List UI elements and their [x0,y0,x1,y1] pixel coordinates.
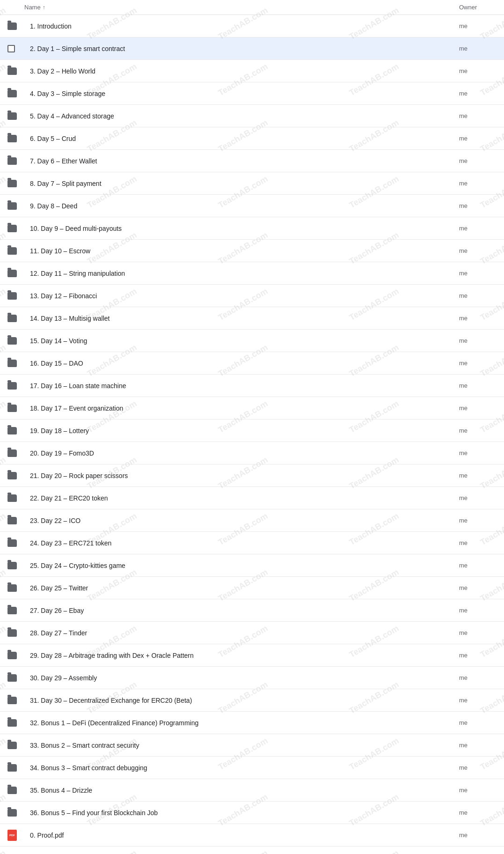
file-name: 15. Day 14 – Voting [24,337,459,345]
folder-icon [7,247,17,255]
file-icon-area [7,427,24,434]
table-row[interactable]: 32. Bonus 1 – DeFi (Decentralized Financ… [0,712,504,734]
table-row[interactable]: 19. Day 18 – Lotteryme [0,420,504,442]
table-row[interactable]: 16. Day 15 – DAOme [0,352,504,375]
table-row[interactable]: 22. Day 21 – ERC20 tokenme [0,487,504,509]
file-name: 18. Day 17 – Event organization [24,405,459,412]
table-row[interactable]: 4. Day 3 – Simple storageme [0,82,504,105]
table-row[interactable]: 27. Day 26 – Ebayme [0,599,504,622]
table-row[interactable]: 18. Day 17 – Event organizationme [0,397,504,420]
row-checkbox[interactable] [7,45,15,52]
file-name: 5. Day 4 – Advanced storage [24,112,459,120]
table-row[interactable]: 1. Introductionme [0,15,504,37]
table-row[interactable]: 7. Day 6 – Ether Walletme [0,150,504,172]
file-name: 7. Day 6 – Ether Wallet [24,157,459,165]
table-row[interactable]: 8. Day 7 – Split paymentme [0,172,504,195]
file-icon-area [7,539,24,547]
file-name: 35. Bonus 4 – Drizzle [24,787,459,794]
owner-label: Owner [459,4,477,11]
file-owner: me [459,22,497,29]
file-name: 22. Day 21 – ERC20 token [24,494,459,502]
file-icon-area [7,517,24,524]
table-row[interactable]: 0. Proof.pdfme [0,824,504,847]
table-row[interactable]: 29. Day 28 – Arbitrage trading with Dex … [0,644,504,667]
file-name: 23. Day 22 – ICO [24,517,459,524]
table-row[interactable]: 11. Day 10 – Escrowme [0,240,504,262]
file-icon-area [7,337,24,345]
file-icon-area [7,315,24,322]
folder-icon [7,607,17,614]
table-row[interactable]: 14. Day 13 – Multisig walletme [0,307,504,330]
name-label: Name [24,4,41,11]
table-row[interactable]: 30. Day 29 – Assemblyme [0,667,504,689]
file-name: 32. Bonus 1 – DeFi (Decentralized Financ… [24,719,459,727]
file-name: 17. Day 16 – Loan state machine [24,382,459,390]
table-row[interactable]: 24. Day 23 – ERC721 tokenme [0,532,504,554]
folder-icon [7,494,17,502]
table-row[interactable]: 13. Day 12 – Fibonaccime [0,285,504,307]
table-row[interactable]: 25. Day 24 – Crypto-kitties gameme [0,554,504,577]
folder-icon [7,67,17,75]
file-name: 1. Introduction [24,22,459,30]
file-icon-area [7,652,24,659]
folder-icon [7,787,17,794]
file-icon-area [7,67,24,75]
folder-icon [7,539,17,547]
name-column-header[interactable]: Name ↑ [24,4,459,11]
folder-icon [7,449,17,457]
file-icon-area [7,22,24,30]
table-row[interactable]: 2. Day 1 – Simple smart contractme [0,37,504,60]
file-owner: me [459,629,497,636]
file-icon-area [7,719,24,727]
table-row[interactable]: 5. Day 4 – Advanced storageme [0,105,504,127]
file-icon-area [7,247,24,255]
file-icon-area [7,764,24,772]
file-owner: me [459,45,497,52]
folder-icon [7,22,17,30]
table-row[interactable]: 12. Day 11 – String manipulationme [0,262,504,285]
table-row[interactable]: 35. Bonus 4 – Drizzleme [0,779,504,802]
table-row[interactable]: 31. Day 30 – Decentralized Exchange for … [0,689,504,712]
file-owner: me [459,67,497,74]
table-row[interactable]: 34. Bonus 3 – Smart contract debuggingme [0,757,504,779]
file-name: 28. Day 27 – Tinder [24,629,459,637]
table-row[interactable]: 33. Bonus 2 – Smart contract securityme [0,734,504,757]
file-icon-area [7,674,24,682]
file-owner: me [459,562,497,569]
file-icon-area [7,270,24,277]
table-row[interactable]: 26. Day 25 – Twitterme [0,577,504,599]
file-icon-area [7,90,24,97]
folder-icon [7,742,17,749]
table-row[interactable]: 6. Day 5 – Crudme [0,127,504,150]
file-name: 19. Day 18 – Lottery [24,427,459,434]
file-icon-area [7,449,24,457]
table-row[interactable]: 23. Day 22 – ICOme [0,509,504,532]
table-row[interactable]: 3. Day 2 – Hello Worldme [0,60,504,82]
table-row[interactable]: 21. Day 20 – Rock paper scissorsme [0,464,504,487]
file-name: 20. Day 19 – Fomo3D [24,449,459,457]
file-owner: me [459,427,497,434]
file-icon-area [7,157,24,165]
table-row[interactable]: 28. Day 27 – Tinderme [0,622,504,644]
table-row[interactable]: 20. Day 19 – Fomo3Dme [0,442,504,464]
folder-icon [7,517,17,524]
file-name: 26. Day 25 – Twitter [24,584,459,592]
file-owner: me [459,652,497,659]
table-row[interactable]: 17. Day 16 – Loan state machineme [0,375,504,397]
table-row[interactable]: 15. Day 14 – Votingme [0,330,504,352]
checkbox-area[interactable] [7,45,24,52]
file-owner: me [459,157,497,164]
table-row[interactable]: 9. Day 8 – Deedme [0,195,504,217]
file-name: 4. Day 3 – Simple storage [24,90,459,97]
folder-icon [7,90,17,97]
table-row[interactable]: 10. Day 9 – Deed multi-payoutsme [0,217,504,240]
folder-icon [7,202,17,210]
file-owner: me [459,360,497,367]
folder-icon [7,697,17,704]
file-name: 33. Bonus 2 – Smart contract security [24,742,459,749]
file-owner: me [459,719,497,726]
file-name: 8. Day 7 – Split payment [24,180,459,187]
folder-icon [7,405,17,412]
table-row[interactable]: 36. Bonus 5 – Find your first Blockchain… [0,802,504,824]
file-icon-area [7,830,24,841]
